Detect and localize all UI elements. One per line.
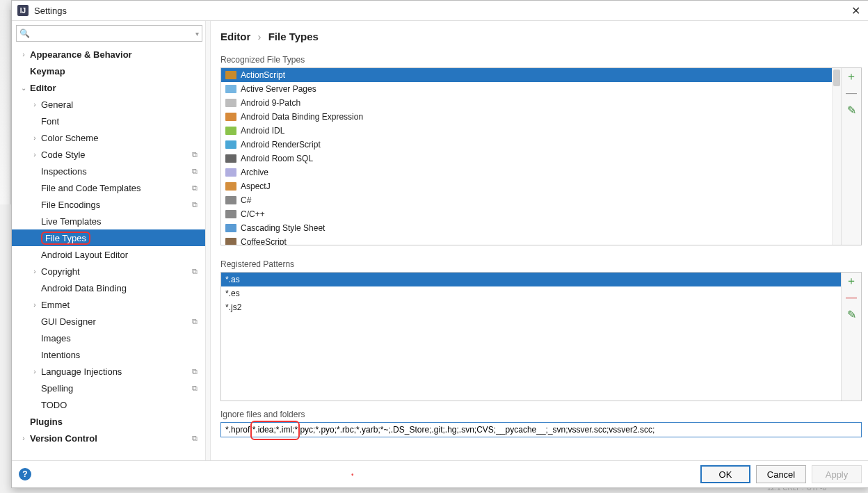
filetype-row[interactable]: Android Data Binding Expression bbox=[221, 110, 841, 124]
filetype-icon bbox=[225, 196, 236, 204]
tree-item-intentions[interactable]: Intentions bbox=[12, 346, 205, 363]
filetype-icon bbox=[225, 238, 236, 245]
tree-item-label: Emmet bbox=[41, 300, 205, 310]
remove-icon[interactable]: — bbox=[843, 289, 860, 306]
tree-item-label: Copyright bbox=[41, 266, 188, 277]
remove-icon[interactable]: — bbox=[843, 85, 860, 102]
filetype-row[interactable]: C/C++ bbox=[221, 207, 841, 221]
chevron-right-icon: › bbox=[254, 31, 266, 42]
pattern-row[interactable]: *.as bbox=[221, 273, 841, 286]
tree-item-file-encodings[interactable]: File Encodings⧉ bbox=[12, 196, 205, 213]
tree-item-color-scheme[interactable]: ›Color Scheme bbox=[12, 129, 205, 146]
filetype-row[interactable]: Active Server Pages bbox=[221, 82, 841, 96]
filetype-row[interactable]: Android RenderScript bbox=[221, 138, 841, 152]
settings-sidebar: 🔍 ▾ ›Appearance & BehaviorKeymap⌄Editor›… bbox=[12, 21, 205, 460]
tree-item-label: General bbox=[41, 99, 205, 110]
dialog-footer: ? • OK Cancel Apply bbox=[12, 460, 868, 487]
splitter[interactable] bbox=[205, 21, 211, 460]
tree-item-label: Appearance & Behavior bbox=[30, 49, 205, 60]
filetype-row[interactable]: C# bbox=[221, 193, 841, 207]
title-bar: IJ Settings ✕ bbox=[12, 1, 868, 21]
tree-item-plugins[interactable]: Plugins bbox=[12, 413, 205, 430]
filetype-label: CoffeeScript bbox=[241, 237, 287, 245]
registered-list[interactable]: *.as*.es*.js2 bbox=[221, 273, 841, 401]
tree-item-label: File Encodings bbox=[41, 200, 188, 210]
filetype-row[interactable]: ActionScript bbox=[221, 68, 841, 82]
cancel-button[interactable]: Cancel bbox=[756, 465, 806, 483]
pattern-row[interactable]: *.es bbox=[221, 286, 841, 300]
chevron-down-icon[interactable]: ▾ bbox=[195, 30, 199, 38]
tree-item-file-and-code-templates[interactable]: File and Code Templates⧉ bbox=[12, 179, 205, 196]
filetype-label: Android IDL bbox=[241, 126, 284, 136]
chevron-right-icon: › bbox=[29, 368, 41, 375]
tree-item-gui-designer[interactable]: GUI Designer⧉ bbox=[12, 313, 205, 330]
app-icon: IJ bbox=[17, 5, 29, 16]
search-box[interactable]: 🔍 ▾ bbox=[16, 25, 202, 42]
tree-item-code-style[interactable]: ›Code Style⧉ bbox=[12, 146, 205, 163]
tree-item-label: File Types bbox=[41, 233, 205, 243]
filetype-label: C# bbox=[241, 195, 251, 205]
filetype-row[interactable]: Android 9-Patch bbox=[221, 96, 841, 110]
breadcrumb-editor[interactable]: Editor bbox=[220, 31, 250, 42]
scope-icon: ⧉ bbox=[188, 200, 205, 209]
tree-item-inspections[interactable]: Inspections⧉ bbox=[12, 163, 205, 179]
add-icon[interactable]: ＋ bbox=[843, 68, 860, 85]
apply-button[interactable]: Apply bbox=[812, 465, 862, 483]
tree-item-file-types[interactable]: File Types bbox=[12, 229, 205, 246]
scrollbar[interactable] bbox=[832, 68, 841, 245]
settings-dialog: IJ Settings ✕ 🔍 ▾ ›Appearance & Behavior… bbox=[11, 0, 868, 488]
tree-item-android-data-binding[interactable]: Android Data Binding bbox=[12, 280, 205, 296]
filetype-icon bbox=[225, 140, 236, 149]
filetype-row[interactable]: Cascading Style Sheet bbox=[221, 221, 841, 235]
tree-item-version-control[interactable]: ›Version Control⧉ bbox=[12, 430, 205, 446]
tree-item-images[interactable]: Images bbox=[12, 330, 205, 346]
tree-item-general[interactable]: ›General bbox=[12, 96, 205, 113]
help-icon[interactable]: ? bbox=[19, 468, 31, 480]
recognized-list[interactable]: ActionScriptActive Server PagesAndroid 9… bbox=[221, 68, 841, 245]
ok-button[interactable]: OK bbox=[700, 465, 750, 483]
filetype-row[interactable]: AspectJ bbox=[221, 179, 841, 193]
tree-item-copyright[interactable]: ›Copyright⧉ bbox=[12, 263, 205, 280]
registered-patterns: *.as*.es*.js2 ＋ — ✎ bbox=[220, 272, 862, 401]
filetype-label: Android Data Binding Expression bbox=[241, 112, 363, 122]
filetype-label: Android Room SQL bbox=[241, 154, 313, 163]
chevron-down-icon: ⌄ bbox=[17, 84, 30, 92]
pattern-label: *.js2 bbox=[225, 302, 241, 312]
tree-item-appearance-behavior[interactable]: ›Appearance & Behavior bbox=[12, 46, 205, 63]
tree-item-label: Android Data Binding bbox=[41, 283, 205, 293]
filetype-label: Active Server Pages bbox=[241, 84, 316, 94]
filetype-label: Archive bbox=[241, 168, 268, 177]
scrollbar-thumb[interactable] bbox=[833, 70, 840, 86]
close-icon[interactable]: ✕ bbox=[849, 4, 863, 17]
ignore-label: Ignore files and folders bbox=[220, 407, 862, 422]
tree-item-todo[interactable]: TODO bbox=[12, 396, 205, 413]
search-input[interactable] bbox=[31, 28, 195, 40]
filetype-row[interactable]: CoffeeScript bbox=[221, 235, 841, 245]
filetype-label: AspectJ bbox=[241, 181, 271, 191]
tree-item-emmet[interactable]: ›Emmet bbox=[12, 296, 205, 313]
pattern-row[interactable]: *.js2 bbox=[221, 300, 841, 314]
filetype-row[interactable]: Archive bbox=[221, 165, 841, 179]
settings-tree[interactable]: ›Appearance & BehaviorKeymap⌄Editor›Gene… bbox=[12, 46, 205, 460]
tree-item-language-injections[interactable]: ›Language Injections⧉ bbox=[12, 363, 205, 380]
ignore-field[interactable] bbox=[220, 422, 862, 437]
filetype-icon bbox=[225, 127, 236, 135]
tree-item-label: Language Injections bbox=[41, 366, 188, 377]
add-icon[interactable]: ＋ bbox=[843, 273, 860, 289]
filetype-row[interactable]: Android Room SQL bbox=[221, 152, 841, 165]
pattern-label: *.as bbox=[225, 275, 240, 284]
filetype-row[interactable]: Android IDL bbox=[221, 124, 841, 138]
tree-item-font[interactable]: Font bbox=[12, 113, 205, 129]
tree-item-spelling[interactable]: Spelling⧉ bbox=[12, 380, 205, 396]
filetype-label: ActionScript bbox=[241, 70, 285, 80]
pattern-label: *.es bbox=[225, 289, 240, 298]
tree-item-editor[interactable]: ⌄Editor bbox=[12, 79, 205, 96]
filetype-icon bbox=[225, 224, 236, 232]
tree-item-label: Spelling bbox=[41, 383, 188, 394]
tree-item-label: GUI Designer bbox=[41, 316, 188, 327]
edit-icon[interactable]: ✎ bbox=[843, 306, 860, 323]
tree-item-android-layout-editor[interactable]: Android Layout Editor bbox=[12, 246, 205, 263]
tree-item-live-templates[interactable]: Live Templates bbox=[12, 213, 205, 229]
tree-item-keymap[interactable]: Keymap bbox=[12, 63, 205, 79]
edit-icon[interactable]: ✎ bbox=[843, 102, 860, 118]
